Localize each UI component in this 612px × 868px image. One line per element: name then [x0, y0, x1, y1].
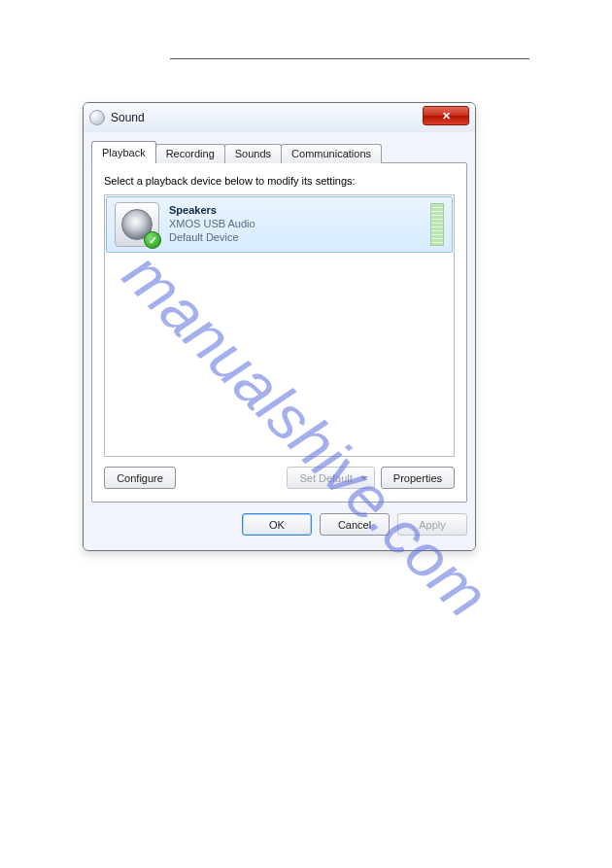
tab-sounds[interactable]: Sounds — [224, 144, 282, 163]
tab-recording[interactable]: Recording — [155, 144, 225, 163]
default-check-icon: ✓ — [144, 231, 161, 249]
tab-strip: Playback Recording Sounds Communications — [91, 140, 467, 163]
speaker-icon: ✓ — [115, 202, 159, 247]
sound-icon — [89, 110, 105, 125]
properties-button[interactable]: Properties — [381, 467, 455, 489]
tab-communications[interactable]: Communications — [281, 144, 382, 163]
configure-button[interactable]: Configure — [104, 467, 176, 489]
dialog-body: Playback Recording Sounds Communications… — [84, 132, 475, 550]
panel-button-row: Configure Set Default Properties — [104, 467, 455, 489]
playback-panel: Select a playback device below to modify… — [91, 162, 467, 503]
dialog-title: Sound — [111, 111, 145, 124]
device-list: ✓ Speakers XMOS USB Audio Default Device — [104, 194, 455, 457]
set-default-button[interactable]: Set Default — [287, 467, 374, 489]
device-status: Default Device — [169, 231, 423, 245]
apply-button[interactable]: Apply — [397, 513, 467, 536]
sound-dialog: Sound ✕ Playback Recording Sounds Commun… — [83, 102, 476, 551]
panel-buttons-right: Set Default Properties — [287, 467, 455, 489]
device-item-speakers[interactable]: ✓ Speakers XMOS USB Audio Default Device — [106, 196, 453, 253]
cancel-button[interactable]: Cancel — [320, 513, 390, 536]
close-icon: ✕ — [442, 110, 451, 122]
header-rule — [170, 58, 529, 59]
dialog-button-row: OK Cancel Apply — [91, 513, 467, 536]
device-driver: XMOS USB Audio — [169, 218, 423, 231]
instruction-text: Select a playback device below to modify… — [104, 175, 455, 187]
close-button[interactable]: ✕ — [423, 106, 469, 125]
titlebar: Sound ✕ — [84, 103, 475, 132]
level-meter — [430, 203, 444, 246]
tab-playback[interactable]: Playback — [91, 141, 156, 163]
ok-button[interactable]: OK — [242, 513, 312, 536]
device-text: Speakers XMOS USB Audio Default Device — [169, 204, 423, 244]
device-name: Speakers — [169, 204, 423, 218]
